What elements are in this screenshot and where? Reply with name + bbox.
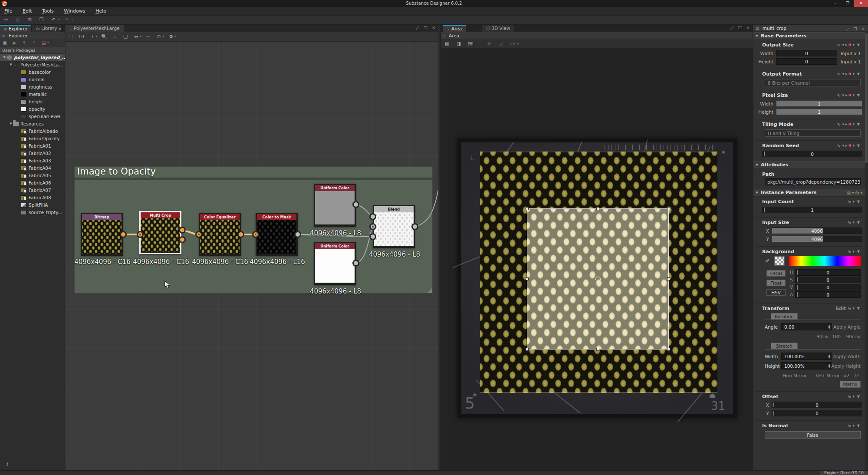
redo-icon[interactable]: ↷ [63,16,71,23]
param-menu-icon[interactable]: ▼ [855,43,862,47]
view-2d-canvas[interactable]: ☾ ★ 5 31 ◆ [441,49,753,469]
v-slider[interactable]: 0 [795,284,861,290]
uv-dropdown[interactable]: UV ▾ [510,40,519,47]
panel-dock-buttons[interactable]: ⤢ ❐ ✕ [42,26,63,33]
stretch-tab-button[interactable]: Stretch [771,343,798,349]
offset-x-slider[interactable]: 0 [772,402,862,408]
rotate-180-button[interactable]: 180 [832,334,841,339]
tree-item-splitfilla[interactable]: SplitFillA [0,201,65,209]
tree-item-resources[interactable]: ▼ Resources [0,120,65,128]
preset-icons[interactable]: ▤▾🗀▾ [847,189,865,197]
crop-selection[interactable] [527,208,669,350]
tree-item-source-tripty[interactable]: source_tripty... [0,209,65,216]
tiling-mode-dropdown[interactable]: H and V Tiling [765,129,861,137]
tree-item-fabrica06[interactable]: FabricA06 [0,179,65,187]
tree-item-roughness[interactable]: roughness [0,83,65,91]
layers-icon[interactable]: ❏ [122,33,129,40]
srgb-button[interactable]: sRGB [766,270,786,277]
collapse-arrow-icon[interactable]: ▼ [755,32,759,40]
edit-link[interactable]: Edit [836,306,846,311]
function-icons[interactable]: ∿▾▸▾ [837,92,855,98]
crop-handle-nw[interactable] [526,207,529,210]
tree-item-fabrica01[interactable]: FabricA01 [0,142,65,150]
path-field[interactable]: pkg:///multi_crop?dependency=1280723759 [765,178,861,185]
gear-dropdown[interactable]: ▾ [175,35,177,38]
float-button[interactable]: Float [766,280,786,286]
output-size-height-slider[interactable]: 0 [776,58,837,65]
node-link-icon[interactable]: ∴ [112,33,118,40]
fit-view-icon[interactable]: ⛶ [67,33,74,40]
refresh-icon[interactable]: $ [21,40,27,46]
input-count-slider[interactable]: 1 [762,207,862,213]
tree-item-fabrica08[interactable]: FabricA08 [0,194,65,201]
panel-dock-buttons[interactable]: ⤢ ❐ ✕ [845,26,867,33]
minimize-button[interactable]: – [830,0,841,7]
stretch-height-spinner[interactable]: 100.00% ▲ ▼ [781,362,832,369]
node-bitmap[interactable]: Bitmap [81,213,123,256]
crop-handle-n[interactable] [596,207,599,210]
spin-down-icon[interactable]: ▼ [828,327,830,329]
play-icon[interactable]: ▶ [12,40,18,46]
stretch-width-spinner[interactable]: 100.00% ▲ ▼ [781,353,832,360]
tree-item-basecolor[interactable]: basecolor [0,69,65,76]
function-icons[interactable]: ∿▾▸▾ [837,122,855,127]
param-menu-icon[interactable]: ▼ [855,307,862,310]
scrollbar-thumb[interactable] [865,33,868,163]
param-menu-icon[interactable]: ▼ [855,93,862,97]
package-action-dropdown[interactable]: ▾ [47,41,49,44]
function-icons[interactable]: ∿▾▸▾ [837,71,855,77]
function-icons[interactable]: ∿▾ [847,220,855,225]
sub-icon[interactable]: ◿ [497,40,505,47]
x2-button[interactable]: x2 [844,373,849,378]
title-bar[interactable]: Substance Designer 6.0.2 – ❐ ✕ [0,0,868,7]
image-b-icon[interactable]: ◨ [455,40,463,47]
package-action-icon[interactable]: ⬓ [41,40,47,46]
h-slider[interactable]: 0 [795,269,861,276]
input-size-x-slider[interactable]: 4096 [772,228,862,234]
redo-dropdown-icon[interactable]: ▾ [72,18,73,21]
camera-icon[interactable]: 📷 [467,40,474,47]
apply-angle-button[interactable]: Apply Angle [833,324,861,330]
eyedropper-icon[interactable]: ✎ [764,258,770,263]
globe-icon[interactable]: ◍ [14,16,22,23]
import-icon[interactable]: ⛃ [26,16,33,23]
param-menu-icon[interactable]: ▼ [855,122,862,126]
menu-help[interactable]: Help [91,7,111,16]
random-seed-slider[interactable]: 0 [762,151,862,157]
hori-mirror-button[interactable]: Hori Mirror [783,373,807,378]
refresh-all-icon[interactable]: $ [31,40,37,46]
node-uniform-color-1[interactable]: Uniform Color [314,184,356,227]
gear-icon[interactable]: ⚙ [168,33,174,40]
crop-handle-w[interactable] [526,277,529,280]
tree-item-specularlevel[interactable]: specularLevel [0,113,65,120]
tree-item-fabrica02[interactable]: FabricA02 [0,150,65,157]
function-icons[interactable]: ∿▾ [847,199,855,205]
color-swatch[interactable] [774,256,785,266]
param-menu-icon[interactable]: ▼ [855,200,862,204]
is-normal-toggle[interactable]: False [765,431,861,439]
section-attributes[interactable]: ▼ Attributes [753,161,865,169]
param-menu-icon[interactable]: ▼ [855,424,862,428]
node-uniform-color-2[interactable]: Uniform Color [314,242,356,285]
tree-item-package[interactable]: ▼ polyester_layered_... [0,54,65,61]
tree-item-graph[interactable]: ▼ PolyesterMeshLa... [0,61,65,69]
tree-item-opacity[interactable]: opacity [0,106,65,113]
tree-item-fabrica07[interactable]: FabricA07 [0,187,65,194]
pixel-size-width-slider[interactable]: 1 [776,100,862,107]
param-menu-icon[interactable]: ▼ [855,72,862,76]
tree-item-fabricalbedo[interactable]: FabricAlbedo [0,128,65,135]
function-icons[interactable]: ∿▾▸▾ [837,143,855,148]
crop-handle-s[interactable] [596,348,599,351]
crop-center-pivot[interactable] [595,277,601,282]
s-slider[interactable]: 0 [795,277,861,283]
tab-area[interactable]: ∵ Area [443,25,466,32]
expand-arrow-icon[interactable]: ▼ [9,120,13,128]
timer-icon[interactable]: ⏱ [155,33,162,40]
expand-arrow-icon[interactable]: ▼ [9,61,13,69]
function-icons[interactable]: ∿▾ [847,249,855,254]
hue-bar[interactable] [789,256,861,266]
collapse-arrow-icon[interactable]: ▼ [755,189,759,197]
menu-edit[interactable]: Edit [18,7,36,16]
node-color-equalizer[interactable]: Color Equalizer [199,213,241,256]
rotation-tab-button[interactable]: Rotation [771,313,798,320]
